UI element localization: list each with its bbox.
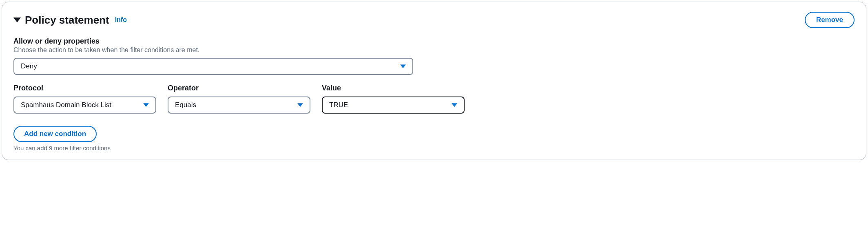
panel-header-left: Policy statement Info: [13, 14, 127, 26]
add-new-condition-button[interactable]: Add new condition: [13, 126, 97, 142]
condition-row: Protocol Spamhaus Domain Block List Oper…: [13, 84, 855, 114]
allow-deny-label: Allow or deny properties: [13, 37, 855, 46]
allow-deny-select[interactable]: Deny: [13, 58, 413, 75]
value-label: Value: [322, 84, 465, 92]
policy-statement-panel: Policy statement Info Remove Allow or de…: [2, 2, 866, 160]
value-select[interactable]: TRUE: [322, 96, 465, 114]
value-selected-value: TRUE: [329, 101, 348, 109]
remove-button[interactable]: Remove: [805, 12, 855, 28]
collapse-caret-icon[interactable]: [13, 18, 21, 22]
operator-selected-value: Equals: [175, 101, 196, 109]
allow-deny-selected-value: Deny: [21, 62, 37, 70]
chevron-down-icon: [452, 103, 457, 107]
protocol-select[interactable]: Spamhaus Domain Block List: [13, 96, 156, 114]
panel-header: Policy statement Info Remove: [13, 12, 855, 28]
value-column: Value TRUE: [322, 84, 465, 114]
operator-label: Operator: [168, 84, 310, 92]
allow-deny-section: Allow or deny properties Choose the acti…: [13, 37, 855, 75]
operator-column: Operator Equals: [168, 84, 310, 114]
protocol-label: Protocol: [13, 84, 156, 92]
protocol-column: Protocol Spamhaus Domain Block List: [13, 84, 156, 114]
add-condition-section: Add new condition You can add 9 more fil…: [13, 126, 855, 151]
chevron-down-icon: [400, 65, 406, 68]
operator-select[interactable]: Equals: [168, 96, 310, 114]
chevron-down-icon: [143, 103, 149, 107]
add-condition-helper-text: You can add 9 more filter conditions: [13, 145, 855, 151]
chevron-down-icon: [297, 103, 303, 107]
info-link[interactable]: Info: [115, 16, 127, 24]
protocol-selected-value: Spamhaus Domain Block List: [21, 101, 111, 109]
allow-deny-description: Choose the action to be taken when the f…: [13, 46, 855, 54]
panel-title: Policy statement: [25, 14, 109, 26]
